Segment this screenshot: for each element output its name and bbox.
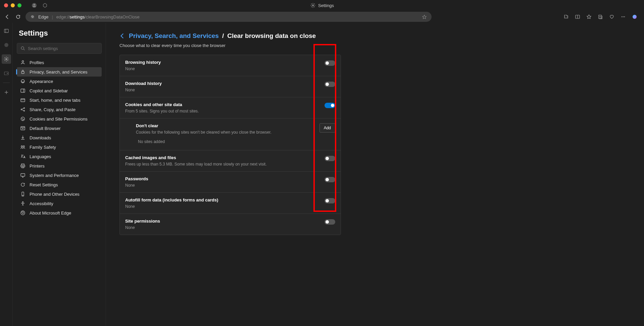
sidebar-item-family-safety[interactable]: Family Safety bbox=[17, 142, 102, 152]
toggle-cookies-and-other-site-data[interactable] bbox=[325, 103, 335, 108]
sidebar-item-label: Share, Copy, and Paste bbox=[30, 107, 76, 112]
workspace-icon[interactable] bbox=[42, 3, 48, 8]
sidebar-item-label: Cookies and Site Permissions bbox=[30, 117, 88, 122]
rail-wallet-icon[interactable] bbox=[2, 68, 11, 78]
toggle-autofill-form-data-includes-forms-and-cards-[interactable] bbox=[325, 198, 335, 203]
search-settings-input[interactable] bbox=[17, 43, 102, 54]
settings-sidebar: Settings ProfilesPrivacy, Search, and Se… bbox=[13, 23, 106, 326]
breadcrumb-current: Clear browsing data on close bbox=[227, 32, 316, 40]
rail-edge-icon[interactable] bbox=[2, 40, 11, 50]
sidebar-item-label: Privacy, Search, and Services bbox=[30, 69, 87, 75]
more-menu-icon[interactable] bbox=[621, 14, 626, 19]
sidebar-item-downloads[interactable]: Downloads bbox=[17, 133, 102, 142]
toggle-download-history[interactable] bbox=[325, 82, 335, 87]
svg-point-30 bbox=[22, 120, 23, 120]
breadcrumb-back-icon[interactable] bbox=[119, 33, 126, 39]
setting-row-browsing-history: Browsing historyNone bbox=[120, 55, 341, 76]
svg-point-24 bbox=[21, 109, 22, 110]
svg-point-9 bbox=[624, 16, 625, 17]
setting-title: Site permissions bbox=[125, 219, 325, 224]
addressbar-product: Edge bbox=[38, 14, 48, 19]
breadcrumb-link[interactable]: Privacy, Search, and Services bbox=[129, 32, 219, 40]
copilot-icon[interactable] bbox=[632, 14, 637, 19]
sidebar-item-label: Reset Settings bbox=[30, 182, 58, 187]
tabs-icon bbox=[20, 97, 26, 103]
edge-icon bbox=[20, 210, 26, 216]
search-icon bbox=[20, 46, 25, 51]
cookies-icon bbox=[20, 116, 26, 122]
setting-title: Download history bbox=[125, 81, 325, 86]
sidebar-item-start-home-and-new-tabs[interactable]: Start, home, and new tabs bbox=[17, 95, 102, 105]
sidebar-item-copilot-and-sidebar[interactable]: Copilot and Sidebar bbox=[17, 86, 102, 95]
address-bar[interactable]: Edge | edge://settings/clearBrowsingData… bbox=[26, 12, 432, 22]
collections-icon[interactable] bbox=[598, 14, 603, 19]
breadcrumb: Privacy, Search, and Services / Clear br… bbox=[119, 32, 631, 40]
rail-add-icon[interactable] bbox=[2, 88, 11, 97]
dont-clear-subsection: Don't clearCookies for the following sit… bbox=[120, 119, 341, 150]
sidebar-item-default-browser[interactable]: Default Browser bbox=[17, 124, 102, 133]
extensions-icon[interactable] bbox=[563, 14, 569, 19]
tab-title-text: Settings bbox=[318, 3, 334, 8]
svg-rect-23 bbox=[21, 99, 25, 102]
toggle-browsing-history[interactable] bbox=[325, 60, 335, 66]
browser-icon bbox=[20, 126, 26, 131]
setting-desc: None bbox=[125, 183, 325, 188]
rail-settings-icon[interactable] bbox=[2, 54, 11, 64]
toggle-site-permissions[interactable] bbox=[325, 219, 335, 225]
rail-tabs-icon[interactable] bbox=[2, 26, 11, 36]
svg-point-7 bbox=[622, 16, 622, 17]
sidebar-item-accessibility[interactable]: Accessibility bbox=[17, 199, 102, 208]
maximize-window-button[interactable] bbox=[17, 3, 21, 7]
svg-point-26 bbox=[24, 110, 25, 111]
setting-desc: None bbox=[125, 88, 325, 92]
sidebar-item-reset-settings[interactable]: Reset Settings bbox=[17, 180, 102, 189]
sidebar-item-about-microsoft-edge[interactable]: About Microsoft Edge bbox=[17, 208, 102, 218]
vertical-rail bbox=[0, 23, 13, 326]
favorite-star-icon[interactable] bbox=[422, 14, 427, 19]
sidebar-item-privacy-search-and-services[interactable]: Privacy, Search, and Services bbox=[17, 67, 102, 77]
svg-point-13 bbox=[4, 43, 8, 47]
sidebar-item-system-and-performance[interactable]: System and Performance bbox=[17, 171, 102, 180]
sidebar-item-label: Default Browser bbox=[30, 126, 60, 131]
close-window-button[interactable] bbox=[4, 3, 8, 7]
reset-icon bbox=[20, 182, 26, 187]
system-icon bbox=[20, 173, 26, 178]
setting-desc: None bbox=[125, 225, 325, 230]
traffic-lights bbox=[0, 3, 21, 7]
sidebar-item-printers[interactable]: Printers bbox=[17, 161, 102, 171]
minimize-window-button[interactable] bbox=[11, 3, 15, 7]
addressbar-divider: | bbox=[52, 14, 53, 19]
download-icon bbox=[20, 135, 26, 140]
sidebar-item-share-copy-and-paste[interactable]: Share, Copy, and Paste bbox=[17, 105, 102, 114]
sidebar-item-appearance[interactable]: Appearance bbox=[17, 77, 102, 86]
setting-desc: None bbox=[125, 204, 325, 209]
sidebar-item-label: Appearance bbox=[30, 79, 53, 84]
sidebar-item-profiles[interactable]: Profiles bbox=[17, 58, 102, 67]
language-icon bbox=[20, 154, 26, 159]
dont-clear-desc: Cookies for the following sites won't be… bbox=[136, 130, 319, 135]
tab-title: Settings bbox=[310, 3, 334, 8]
setting-row-site-permissions: Site permissionsNone bbox=[120, 214, 341, 235]
sidebar-item-languages[interactable]: Languages bbox=[17, 152, 102, 161]
sidebar-item-label: About Microsoft Edge bbox=[30, 211, 71, 216]
titlebar: Settings bbox=[0, 0, 644, 11]
toggle-cached-images-and-files[interactable] bbox=[325, 156, 335, 161]
share-icon bbox=[20, 107, 26, 112]
svg-rect-36 bbox=[22, 167, 24, 168]
user-avatar-icon[interactable] bbox=[32, 3, 37, 8]
browser-essentials-icon[interactable] bbox=[609, 14, 614, 19]
add-button[interactable]: Add bbox=[319, 123, 335, 133]
svg-point-18 bbox=[22, 61, 24, 62]
split-screen-icon[interactable] bbox=[575, 14, 580, 19]
favorites-icon[interactable] bbox=[586, 14, 592, 19]
setting-row-passwords: PasswordsNone bbox=[120, 172, 341, 193]
search-settings-field[interactable] bbox=[28, 46, 98, 51]
sidebar-item-phone-and-other-devices[interactable]: Phone and Other Devices bbox=[17, 189, 102, 199]
toggle-passwords[interactable] bbox=[325, 177, 335, 182]
svg-rect-11 bbox=[4, 29, 8, 33]
svg-point-28 bbox=[22, 118, 22, 119]
svg-point-32 bbox=[21, 146, 22, 147]
back-button[interactable] bbox=[4, 13, 11, 20]
refresh-button[interactable] bbox=[15, 13, 21, 20]
sidebar-item-cookies-and-site-permissions[interactable]: Cookies and Site Permissions bbox=[17, 114, 102, 124]
